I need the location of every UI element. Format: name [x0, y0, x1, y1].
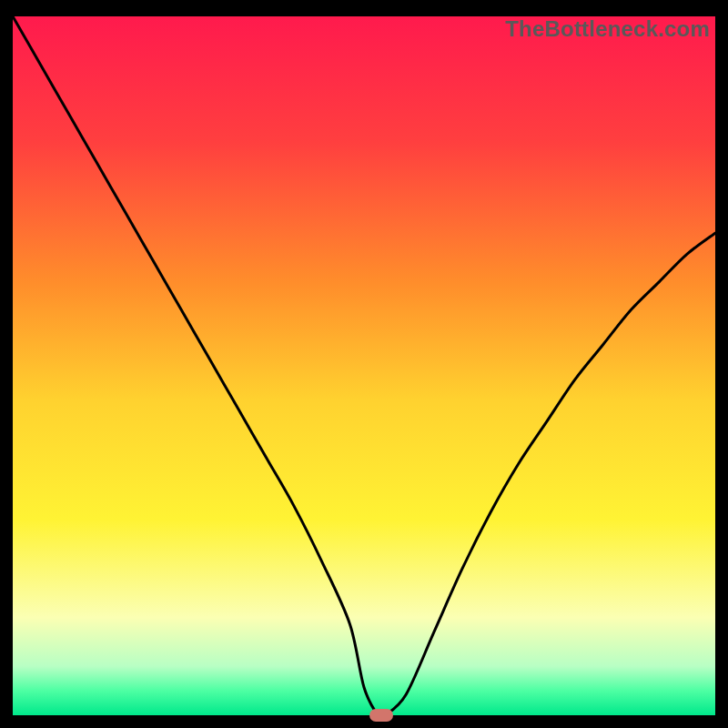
chart-background: [13, 16, 715, 715]
minimum-marker: [369, 709, 393, 722]
chart-plot: [13, 16, 715, 715]
chart-frame: TheBottleneck.com: [13, 16, 715, 715]
watermark-label: TheBottleneck.com: [505, 16, 710, 42]
